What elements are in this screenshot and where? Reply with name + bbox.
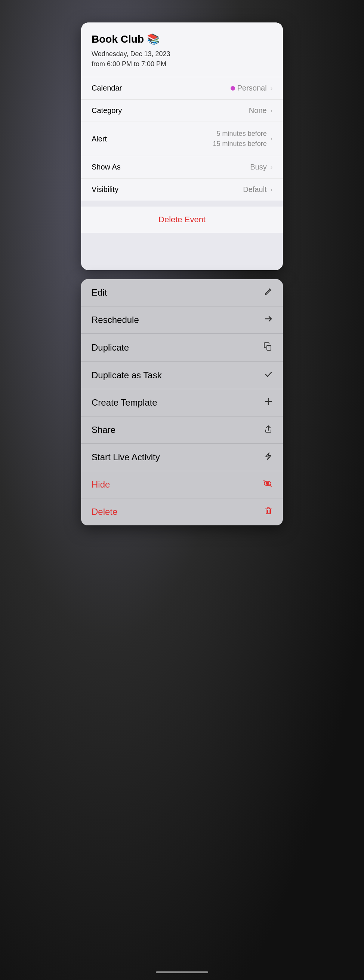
show-as-value: Busy › [250, 163, 272, 171]
alert-times: 5 minutes before 15 minutes before [213, 129, 267, 149]
hide-label: Hide [92, 479, 110, 490]
edit-label: Edit [92, 287, 107, 298]
alert-value: 5 minutes before 15 minutes before › [213, 129, 272, 149]
category-row[interactable]: Category None › [81, 99, 283, 122]
delete-event-label: Delete Event [158, 215, 206, 224]
calendar-label: Calendar [92, 84, 122, 92]
share-icon [264, 425, 272, 435]
menu-item-share[interactable]: Share [81, 417, 283, 444]
event-rows: Calendar Personal › Category None › Aler… [81, 77, 283, 200]
duplicate-label: Duplicate [92, 342, 129, 353]
visibility-chevron: › [271, 186, 272, 193]
alert-label: Alert [92, 135, 107, 143]
menu-item-duplicate-task[interactable]: Duplicate as Task [81, 362, 283, 389]
menu-item-create-template[interactable]: Create Template [81, 389, 283, 417]
menu-item-reschedule[interactable]: Reschedule [81, 307, 283, 334]
menu-item-live-activity[interactable]: Start Live Activity [81, 444, 283, 471]
home-indicator [156, 971, 208, 973]
edit-icon [264, 287, 272, 298]
event-title: Book Club 📚 [92, 33, 272, 45]
bolt-icon [264, 452, 272, 463]
hide-icon [263, 479, 272, 490]
gray-section [81, 233, 283, 270]
reschedule-icon [264, 315, 272, 325]
action-menu: Edit Reschedule Duplicate [81, 279, 283, 525]
visibility-value: Default › [243, 185, 272, 194]
category-chevron: › [271, 107, 272, 114]
svg-rect-1 [267, 345, 271, 350]
duplicate-task-label: Duplicate as Task [92, 370, 162, 380]
reschedule-label: Reschedule [92, 315, 139, 325]
main-container: Book Club 📚 Wednesday, Dec 13, 2023 from… [81, 22, 283, 525]
personal-dot [231, 86, 235, 91]
menu-item-delete[interactable]: Delete [81, 498, 283, 525]
calendar-value: Personal › [231, 84, 272, 92]
show-as-row[interactable]: Show As Busy › [81, 156, 283, 178]
check-icon [264, 370, 272, 380]
event-card: Book Club 📚 Wednesday, Dec 13, 2023 from… [81, 22, 283, 270]
alert-chevron: › [271, 135, 272, 142]
menu-item-edit[interactable]: Edit [81, 279, 283, 307]
event-header: Book Club 📚 Wednesday, Dec 13, 2023 from… [81, 22, 283, 77]
plus-icon [264, 398, 272, 408]
delete-label: Delete [92, 507, 117, 517]
menu-item-hide[interactable]: Hide [81, 471, 283, 498]
calendar-chevron: › [271, 85, 272, 92]
show-as-label: Show As [92, 163, 121, 171]
alert-row[interactable]: Alert 5 minutes before 15 minutes before… [81, 122, 283, 156]
live-activity-label: Start Live Activity [92, 452, 160, 463]
trash-icon [264, 507, 272, 517]
share-label: Share [92, 425, 116, 435]
category-value: None › [249, 106, 272, 115]
svg-rect-7 [266, 509, 271, 514]
create-template-label: Create Template [92, 398, 157, 408]
visibility-label: Visibility [92, 185, 119, 194]
delete-event-section[interactable]: Delete Event [81, 207, 283, 233]
category-label: Category [92, 106, 122, 115]
show-as-chevron: › [271, 164, 272, 171]
duplicate-icon [263, 342, 272, 353]
event-date: Wednesday, Dec 13, 2023 from 6:00 PM to … [92, 49, 272, 69]
card-spacer [81, 200, 283, 207]
menu-item-duplicate[interactable]: Duplicate [81, 334, 283, 362]
visibility-row[interactable]: Visibility Default › [81, 178, 283, 200]
calendar-row[interactable]: Calendar Personal › [81, 77, 283, 99]
